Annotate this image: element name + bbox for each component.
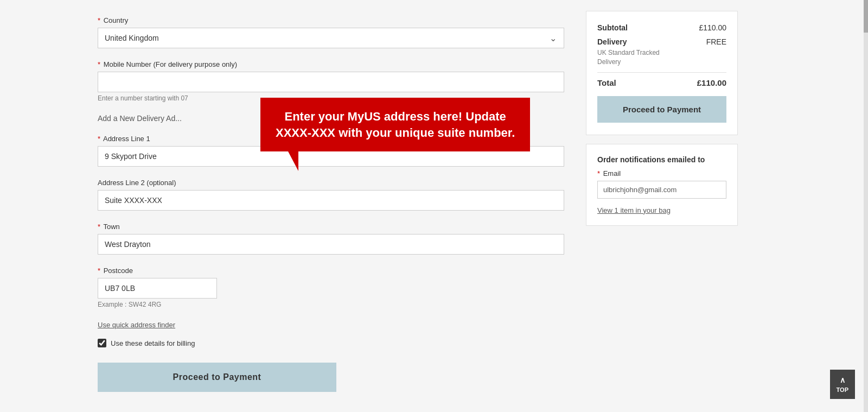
delivery-sub-text: UK Standard TrackedDelivery bbox=[597, 48, 726, 67]
main-form: * Country United Kingdom ⌄ * Mobile Numb… bbox=[98, 11, 564, 401]
mobile-input[interactable] bbox=[98, 72, 564, 92]
mobile-field-group: * Mobile Number (For delivery purpose on… bbox=[98, 60, 564, 102]
view-bag-link[interactable]: View 1 item in your bag bbox=[597, 206, 726, 214]
country-field-group: * Country United Kingdom ⌄ bbox=[98, 16, 564, 48]
billing-checkbox-row: Use these details for billing bbox=[98, 339, 564, 347]
order-summary-box: Subtotal £110.00 Delivery FREE UK Standa… bbox=[586, 11, 738, 135]
tooltip-box: Enter your MyUS address here! Update XXX… bbox=[260, 98, 530, 151]
country-label: * Country bbox=[98, 16, 564, 24]
delivery-label: Delivery bbox=[597, 37, 627, 46]
country-select-wrapper: United Kingdom ⌄ bbox=[98, 28, 564, 48]
myus-tooltip: Enter your MyUS address here! Update XXX… bbox=[260, 98, 530, 151]
postcode-hint: Example : SW42 4RG bbox=[98, 301, 564, 308]
subtotal-row: Subtotal £110.00 bbox=[597, 23, 726, 32]
scrollbar[interactable] bbox=[864, 0, 868, 412]
town-field-group: * Town bbox=[98, 223, 564, 255]
proceed-payment-button-sidebar[interactable]: Proceed to Payment bbox=[597, 96, 726, 123]
billing-checkbox[interactable] bbox=[98, 339, 106, 347]
address2-field-group: Address Line 2 (optional) bbox=[98, 179, 564, 211]
top-label: TOP bbox=[837, 386, 848, 393]
sidebar: Subtotal £110.00 Delivery FREE UK Standa… bbox=[586, 11, 738, 401]
postcode-field-group: * Postcode Example : SW42 4RG bbox=[98, 267, 564, 308]
delivery-value: FREE bbox=[706, 37, 726, 46]
subtotal-value: £110.00 bbox=[699, 23, 726, 32]
email-input[interactable] bbox=[597, 181, 726, 199]
tooltip-arrow bbox=[288, 150, 298, 171]
total-row: Total £110.00 bbox=[597, 72, 726, 87]
town-label: * Town bbox=[98, 223, 564, 231]
delivery-row: Delivery FREE bbox=[597, 37, 726, 46]
scroll-thumb[interactable] bbox=[864, 0, 868, 33]
notifications-title: Order notifications emailed to bbox=[597, 155, 726, 164]
total-value: £110.00 bbox=[697, 78, 726, 87]
postcode-label: * Postcode bbox=[98, 267, 564, 275]
quick-address-link[interactable]: Use quick address finder bbox=[98, 321, 175, 329]
top-button[interactable]: ∧ TOP bbox=[830, 370, 855, 399]
total-label: Total bbox=[597, 78, 616, 87]
email-label: * Email bbox=[597, 169, 726, 178]
top-arrow-icon: ∧ bbox=[837, 375, 848, 385]
proceed-payment-button-bottom[interactable]: Proceed to Payment bbox=[98, 363, 336, 392]
mobile-label: * Mobile Number (For delivery purpose on… bbox=[98, 60, 564, 68]
address2-input[interactable] bbox=[98, 190, 564, 211]
notifications-box: Order notifications emailed to * Email V… bbox=[586, 144, 738, 226]
town-input[interactable] bbox=[98, 234, 564, 255]
address2-label: Address Line 2 (optional) bbox=[98, 179, 564, 187]
country-select[interactable]: United Kingdom bbox=[98, 28, 564, 48]
subtotal-label: Subtotal bbox=[597, 23, 628, 32]
billing-checkbox-label[interactable]: Use these details for billing bbox=[111, 339, 195, 347]
postcode-input[interactable] bbox=[98, 278, 217, 299]
